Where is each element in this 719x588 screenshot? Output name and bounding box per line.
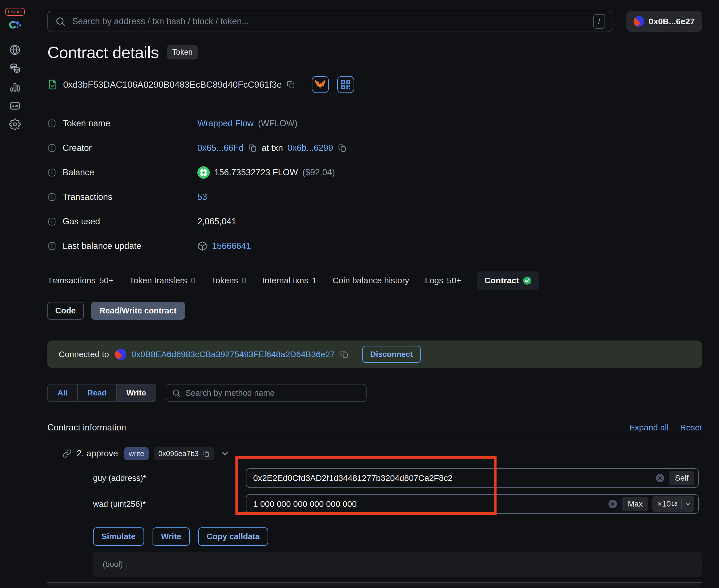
info-row-token-name: Token name Wrapped Flow(WFLOW) (47, 115, 702, 131)
sidebar-nav (9, 44, 21, 130)
tab-internal-txns[interactable]: Internal txns1 (262, 276, 317, 285)
field-row-guy: guy (address)* Self (47, 468, 702, 488)
divider (47, 437, 702, 437)
info-row-last-balance-update: Last balance update 15666641 (47, 238, 702, 254)
method-search-input[interactable] (186, 388, 360, 398)
disconnect-button[interactable]: Disconnect (362, 346, 421, 363)
copy-creator-icon[interactable] (248, 144, 257, 152)
simulate-button[interactable]: Simulate (93, 527, 144, 546)
wad-amount-input[interactable] (253, 499, 608, 509)
verified-check-icon (523, 276, 532, 285)
page: testnet / (0, 0, 719, 588)
gas-used-value: 2,065,041 (198, 216, 236, 227)
copy-selector-icon[interactable] (202, 450, 210, 458)
chevron-down-icon[interactable] (221, 449, 229, 458)
method-filter-row: All Read Write (47, 384, 702, 402)
write-button[interactable]: Write (152, 527, 190, 546)
nav-network-icon[interactable] (9, 44, 21, 56)
nav-stats-icon[interactable] (9, 81, 21, 93)
method-fields: guy (address)* Self wad (uint256)* Max (47, 468, 702, 514)
creator-address-link[interactable]: 0x65...66Fd (198, 143, 244, 153)
account-button[interactable]: 0x0B...6e27 (626, 11, 702, 32)
info-icon[interactable] (47, 241, 56, 251)
chevron-down-icon (684, 500, 692, 508)
contract-information-header: Contract information Expand all Reset (47, 422, 702, 434)
link-icon[interactable] (63, 449, 71, 458)
filter-all[interactable]: All (48, 384, 77, 401)
field-label: wad (uint256)* (47, 500, 246, 509)
next-method-row-hint (47, 583, 702, 587)
qr-code-button[interactable] (337, 76, 354, 93)
info-icon[interactable] (47, 144, 56, 152)
method-search[interactable] (166, 384, 367, 402)
self-button[interactable]: Self (670, 471, 694, 485)
info-icon[interactable] (47, 192, 56, 202)
tab-token-transfers[interactable]: Token transfers0 (129, 276, 196, 285)
tab-coin-balance-history[interactable]: Coin balance history (332, 276, 409, 285)
contract-subtabs: Code Read/Write contract (47, 302, 702, 320)
transactions-count-link[interactable]: 53 (198, 192, 207, 202)
token-type-badge: Token (167, 45, 198, 60)
code-tab-button[interactable]: Code (47, 302, 84, 320)
info-icon[interactable] (47, 119, 56, 128)
nav-settings-icon[interactable] (9, 118, 21, 130)
info-icon[interactable] (47, 217, 56, 226)
tab-bar: Transactions50+ Token transfers0 Tokens0… (47, 271, 702, 290)
search-input[interactable] (72, 16, 593, 26)
info-icon[interactable] (47, 168, 56, 177)
page-header: Contract details Token (47, 42, 702, 62)
max-button[interactable]: Max (622, 497, 648, 511)
copy-address-icon[interactable] (286, 80, 295, 89)
tab-logs[interactable]: Logs50+ (425, 276, 461, 285)
copy-calldata-button[interactable]: Copy calldata (198, 527, 268, 546)
multiplier-dropdown[interactable]: ×1018 (652, 496, 694, 512)
guy-address-field: Self (246, 468, 699, 488)
field-row-wad: wad (uint256)* Max ×1018 (47, 494, 702, 514)
expand-all-link[interactable]: Expand all (629, 423, 669, 433)
info-row-transactions: Transactions 53 (47, 189, 702, 205)
tab-tokens[interactable]: Tokens0 (211, 276, 246, 285)
search-icon (172, 389, 181, 397)
method-selector-badge: 0x095ea7b3 (154, 447, 213, 460)
app-logo-icon[interactable] (7, 20, 23, 31)
block-number-link[interactable]: 15666641 (212, 241, 251, 251)
contract-address-row: 0xd3bF53DAC106A0290B0483EcBC89d40FcC961f… (47, 76, 702, 93)
balance-value: 156.73532723 FLOW (214, 167, 298, 177)
tab-transactions[interactable]: Transactions50+ (47, 276, 114, 285)
creation-txn-link[interactable]: 0x6b...6299 (288, 143, 333, 153)
info-row-balance: Balance 156.73532723 FLOW ($92.04) (47, 165, 702, 181)
read-write-contract-tab-button[interactable]: Read/Write contract (91, 302, 185, 320)
clear-input-icon[interactable] (655, 473, 665, 483)
filter-read[interactable]: Read (77, 384, 116, 401)
info-row-gas-used: Gas used 2,065,041 (47, 214, 702, 229)
connected-wallet-address-link[interactable]: 0x0B8EA6d6983cCBa39275493FEf648a2D64B36e… (131, 350, 335, 359)
token-symbol: (WFLOW) (258, 119, 297, 128)
wallet-connected-banner: Connected to 0x0B8EA6d6983cCBa39275493FE… (47, 340, 702, 368)
method-name: 2. approve (77, 448, 118, 459)
add-to-metamask-button[interactable] (312, 76, 329, 93)
nav-api-icon[interactable] (9, 100, 21, 112)
clear-input-icon[interactable] (608, 499, 617, 509)
method-action-buttons: Simulate Write Copy calldata (47, 527, 702, 546)
metamask-fox-icon (315, 79, 326, 90)
output-type: (bool) : (103, 560, 127, 569)
info-row-creator: Creator 0x65...66Fd at txn 0x6b...6299 (47, 140, 702, 156)
nav-tokens-icon[interactable] (9, 62, 21, 75)
filter-write[interactable]: Write (116, 384, 156, 401)
sidebar: testnet (0, 0, 30, 588)
account-address: 0x0B...6e27 (649, 17, 695, 26)
copy-wallet-address-icon[interactable] (340, 350, 349, 359)
account-avatar (634, 16, 644, 27)
method-approve-header[interactable]: 2. approve write 0x095ea7b3 (47, 446, 702, 461)
method-output-panel: (bool) : (93, 552, 702, 577)
token-name-link[interactable]: Wrapped Flow (198, 119, 253, 128)
write-badge: write (124, 447, 149, 460)
slash-shortcut-hint: / (593, 14, 605, 29)
field-label: guy (address)* (47, 474, 246, 483)
guy-address-input[interactable] (253, 473, 655, 483)
tab-contract[interactable]: Contract (477, 271, 539, 290)
wad-amount-field: Max ×1018 (246, 494, 699, 514)
global-search[interactable]: / (47, 11, 612, 32)
copy-txn-icon[interactable] (338, 144, 347, 152)
reset-link[interactable]: Reset (680, 423, 702, 433)
